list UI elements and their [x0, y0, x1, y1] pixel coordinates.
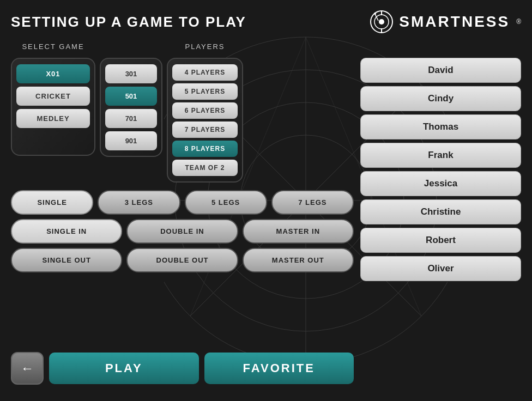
player-count-team2[interactable]: TEAM OF 2: [172, 160, 238, 176]
single-leg-btn[interactable]: SINGLE: [11, 190, 93, 215]
double-in-btn[interactable]: DOUBLE IN: [126, 219, 238, 244]
back-button[interactable]: ←: [11, 352, 44, 385]
back-arrow-icon: ←: [21, 361, 34, 376]
player-christine[interactable]: Christine: [360, 199, 521, 224]
select-game-label: SELECT GAME: [22, 42, 84, 51]
player-david[interactable]: David: [360, 58, 521, 83]
player-jessica[interactable]: Jessica: [360, 171, 521, 196]
player-count-8[interactable]: 8 PLAYERS: [172, 141, 238, 157]
panels-row: X01 CRICKET MEDLEY 301 501 701 901 4 PLA…: [11, 58, 354, 183]
svg-point-12: [379, 19, 384, 25]
score-panel: 301 501 701 901: [100, 58, 162, 157]
game-type-x01[interactable]: X01: [16, 64, 90, 83]
page-title: SETTING UP A GAME TO PLAY: [11, 14, 246, 31]
favorite-button[interactable]: FAVORITE: [204, 353, 354, 384]
left-panel: SELECT GAME PLAYERS X01 CRICKET MEDLEY 3…: [11, 41, 354, 385]
game-type-panel: X01 CRICKET MEDLEY: [11, 58, 95, 156]
out-row: SINGLE OUT DOUBLE OUT MASTER OUT: [11, 248, 354, 272]
3-legs-btn[interactable]: 3 LEGS: [98, 190, 180, 215]
in-row: SINGLE IN DOUBLE IN MASTER IN: [11, 219, 354, 244]
game-type-medley[interactable]: MEDLEY: [16, 109, 90, 128]
master-out-btn[interactable]: MASTER OUT: [243, 248, 354, 272]
single-in-btn[interactable]: SINGLE IN: [11, 219, 122, 244]
player-count-7[interactable]: 7 PLAYERS: [172, 121, 238, 138]
main-content: SELECT GAME PLAYERS X01 CRICKET MEDLEY 3…: [11, 41, 521, 385]
score-901[interactable]: 901: [105, 131, 157, 150]
players-list: David Cindy Thomas Frank Jessica Christi…: [360, 41, 521, 385]
score-701[interactable]: 701: [105, 109, 157, 128]
header: SETTING UP A GAME TO PLAY SMARTNESS ®: [11, 10, 521, 34]
play-button[interactable]: PLAY: [49, 353, 199, 384]
svg-point-15: [374, 13, 376, 15]
player-count-5[interactable]: 5 PLAYERS: [172, 83, 238, 100]
logo-registered: ®: [516, 18, 521, 26]
logo-text: SMARTNESS: [399, 13, 510, 31]
legs-row: SINGLE 3 LEGS 5 LEGS 7 LEGS: [11, 190, 354, 215]
player-cindy[interactable]: Cindy: [360, 86, 521, 111]
7-legs-btn[interactable]: 7 LEGS: [271, 190, 354, 215]
5-legs-btn[interactable]: 5 LEGS: [185, 190, 267, 215]
player-thomas[interactable]: Thomas: [360, 114, 521, 139]
players-label: PLAYERS: [185, 42, 225, 51]
double-out-btn[interactable]: DOUBLE OUT: [126, 248, 238, 272]
master-in-btn[interactable]: MASTER IN: [243, 219, 354, 244]
action-row: ← PLAY FAVORITE: [11, 352, 354, 385]
single-out-btn[interactable]: SINGLE OUT: [11, 248, 122, 272]
score-301[interactable]: 301: [105, 64, 157, 83]
player-count-6[interactable]: 6 PLAYERS: [172, 102, 238, 119]
player-robert[interactable]: Robert: [360, 228, 521, 253]
score-501[interactable]: 501: [105, 87, 157, 106]
game-type-cricket[interactable]: CRICKET: [16, 87, 90, 106]
player-count-4[interactable]: 4 PLAYERS: [172, 64, 238, 81]
bottom-buttons: SINGLE 3 LEGS 5 LEGS 7 LEGS SINGLE IN DO…: [11, 190, 354, 272]
logo: SMARTNESS ®: [370, 10, 521, 34]
logo-icon: [370, 10, 394, 34]
player-frank[interactable]: Frank: [360, 143, 521, 168]
players-count-panel: 4 PLAYERS 5 PLAYERS 6 PLAYERS 7 PLAYERS …: [167, 58, 243, 183]
player-oliver[interactable]: Oliver: [360, 256, 521, 281]
